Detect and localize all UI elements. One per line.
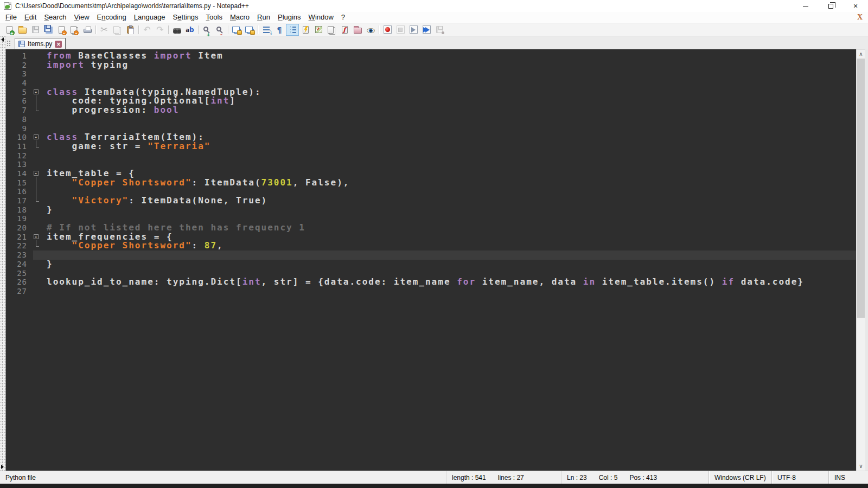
code-line-8[interactable]: 8	[6, 115, 856, 124]
redo-button[interactable]: ↷	[154, 24, 167, 36]
code-line-12[interactable]: 12	[6, 151, 856, 160]
menu-tools[interactable]: Tools	[202, 12, 226, 23]
code-line-7[interactable]: 7 progression: bool	[6, 106, 856, 115]
menu-run[interactable]: Run	[253, 12, 274, 23]
code-text: "Victory": ItemData(None, True)	[41, 196, 267, 206]
code-line-2[interactable]: 2import typing	[6, 61, 856, 70]
minimize-icon[interactable]	[793, 0, 818, 12]
code-line-23[interactable]: 23	[6, 251, 856, 260]
open-icon	[17, 25, 27, 34]
menu-settings[interactable]: Settings	[169, 12, 202, 23]
zoom-in-icon: +	[202, 25, 212, 34]
tab-items.py[interactable]: Items.py×	[15, 38, 66, 49]
monitoring-icon	[366, 25, 375, 34]
print-button[interactable]	[81, 24, 94, 36]
save-button[interactable]	[29, 24, 42, 36]
code-line-1[interactable]: 1from BaseClasses import Item	[6, 52, 856, 61]
function-list-button[interactable]: ƒ	[338, 24, 351, 36]
cut-button[interactable]: ✂	[98, 24, 111, 36]
restore-icon[interactable]	[818, 0, 843, 12]
define-language-button[interactable]	[299, 24, 312, 36]
macro-save-button[interactable]	[433, 24, 446, 36]
code-line-15[interactable]: 15 "Copper Shortsword": ItemData(73001, …	[6, 178, 856, 188]
folder-as-workspace-button[interactable]	[351, 24, 364, 36]
close-button[interactable]: -	[55, 24, 68, 36]
code-line-18[interactable]: 18}	[6, 206, 856, 215]
scroll-down-icon[interactable]: ∨	[857, 461, 865, 471]
sync-horizontal-scrolling-button[interactable]	[243, 24, 256, 36]
line-number: 16	[6, 187, 33, 196]
paste-button[interactable]	[124, 24, 137, 36]
show-indent-guide-button[interactable]	[286, 24, 299, 36]
code-line-3[interactable]: 3	[6, 69, 856, 79]
macro-run-multiple-button[interactable]	[420, 24, 433, 36]
status-ln: Ln : 23	[567, 474, 587, 481]
code-line-11[interactable]: 11 game: str = "Terraria"	[6, 142, 856, 151]
fold-margin	[33, 187, 41, 196]
open-button[interactable]	[16, 24, 29, 36]
code-line-24[interactable]: 24}	[6, 260, 856, 269]
menu-view[interactable]: View	[71, 12, 93, 23]
menu-file[interactable]: File	[2, 12, 21, 23]
tab-close-icon[interactable]: ×	[55, 41, 62, 48]
fold-margin	[33, 79, 41, 88]
copy-button[interactable]	[111, 24, 124, 36]
toolbar: +--✂↶↷ab+-¶ƒ	[0, 23, 868, 36]
replace-button[interactable]: ab	[183, 24, 196, 36]
close-icon[interactable]: ×	[843, 0, 868, 12]
collapse-left-icon[interactable]	[1, 37, 4, 42]
close-all-button[interactable]: -	[68, 24, 81, 36]
menu-search[interactable]: Search	[40, 12, 70, 23]
scrollbar-thumb[interactable]	[857, 59, 865, 318]
status-pos: Pos : 413	[629, 474, 657, 481]
fold-collapse-icon[interactable]: -	[33, 133, 41, 142]
zoom-in-button[interactable]: +	[200, 24, 213, 36]
macro-stop-button[interactable]	[394, 24, 407, 36]
fold-margin	[33, 287, 41, 296]
code-line-27[interactable]: 27	[6, 287, 856, 296]
vertical-scrollbar[interactable]: ∧ ∨	[856, 49, 865, 471]
menu-help[interactable]: ?	[337, 12, 349, 23]
find-button[interactable]	[170, 24, 183, 36]
dock-splitter[interactable]	[0, 36, 5, 471]
status-insert-mode[interactable]: INS	[828, 471, 868, 484]
line-number: 21	[6, 233, 33, 242]
scroll-up-icon[interactable]: ∧	[857, 49, 865, 59]
fold-collapse-icon[interactable]: -	[33, 88, 41, 97]
show-all-characters-button[interactable]: ¶	[273, 24, 286, 36]
new-file-button[interactable]: +	[3, 24, 16, 36]
undo-button[interactable]: ↶	[141, 24, 154, 36]
sync-vertical-scrolling-icon	[232, 25, 241, 34]
tab-bar-grip[interactable]	[7, 40, 11, 47]
word-wrap-icon	[261, 25, 271, 34]
document-list-button[interactable]	[325, 24, 338, 36]
code-line-22[interactable]: 22 "Copper Shortsword": 87,	[6, 241, 856, 251]
fold-collapse-icon[interactable]: -	[33, 169, 41, 178]
code-line-26[interactable]: 26lookup_id_to_name: typing.Dict[int, st…	[6, 278, 856, 287]
zoom-out-button[interactable]: -	[213, 24, 226, 36]
code-line-17[interactable]: 17 "Victory": ItemData(None, True)	[6, 196, 856, 206]
word-wrap-button[interactable]	[260, 24, 273, 36]
line-number: 11	[6, 142, 33, 151]
menu-macro[interactable]: Macro	[226, 12, 253, 23]
menu-plugins[interactable]: Plugins	[274, 12, 305, 23]
expand-right-icon[interactable]	[1, 465, 4, 469]
fold-margin	[33, 223, 41, 233]
code-text: game: str = "Terraria"	[41, 142, 210, 151]
close-document-icon[interactable]: X	[857, 13, 863, 22]
fold-collapse-icon[interactable]: -	[33, 233, 41, 242]
code-text	[41, 160, 47, 169]
code-editor[interactable]: 1from BaseClasses import Item2import typ…	[6, 49, 856, 471]
menu-window[interactable]: Window	[305, 12, 337, 23]
menu-language[interactable]: Language	[130, 12, 169, 23]
menu-edit[interactable]: Edit	[21, 12, 40, 23]
document-map-button[interactable]	[312, 24, 325, 36]
sync-vertical-scrolling-button[interactable]	[230, 24, 243, 36]
save-all-button[interactable]	[42, 24, 55, 36]
macro-record-button[interactable]	[381, 24, 394, 36]
macro-playback-button[interactable]	[407, 24, 420, 36]
line-number: 8	[6, 115, 33, 124]
code-text: import typing	[41, 61, 129, 70]
monitoring-button[interactable]	[364, 24, 377, 36]
menu-encoding[interactable]: Encoding	[93, 12, 130, 23]
